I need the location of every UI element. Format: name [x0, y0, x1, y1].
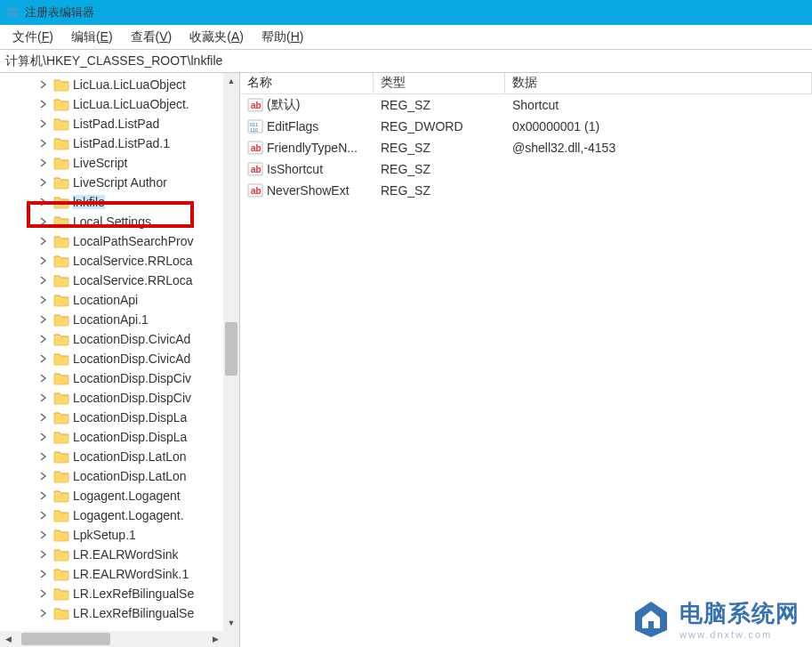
folder-icon — [53, 371, 69, 385]
tree-item-label: LocationDisp.LatLon — [73, 449, 187, 464]
scroll-thumb[interactable] — [21, 633, 110, 645]
expand-icon[interactable] — [37, 333, 50, 345]
tree-item[interactable]: LR.LexRefBilingualSe — [0, 603, 239, 623]
tree-item[interactable]: ListPad.ListPad — [0, 114, 239, 133]
tree-item[interactable]: LocalPathSearchProv — [0, 231, 239, 251]
expand-icon[interactable] — [37, 548, 50, 561]
tree-item[interactable]: LocationDisp.DispCiv — [0, 368, 239, 388]
watermark-url: www.dnxtw.com — [679, 629, 800, 640]
tree-item[interactable]: Logagent.Logagent — [0, 486, 239, 505]
addressbar[interactable]: 计算机\HKEY_CLASSES_ROOT\lnkfile — [0, 50, 812, 73]
scroll-thumb[interactable] — [225, 322, 237, 376]
expand-icon[interactable] — [37, 196, 50, 208]
tree-item[interactable]: LicLua.LicLuaObject — [0, 75, 239, 94]
menu-help[interactable]: 帮助(H) — [253, 27, 312, 48]
folder-icon — [53, 175, 69, 190]
list-row[interactable]: abIsShortcutREG_SZ — [240, 158, 812, 180]
tree-item[interactable]: LocationDisp.CivicAd — [0, 329, 239, 349]
folder-icon — [53, 489, 69, 503]
tree-item[interactable]: Logagent.Logagent. — [0, 505, 239, 525]
expand-icon[interactable] — [37, 157, 50, 169]
expand-icon[interactable] — [37, 255, 50, 267]
tree-item[interactable]: LocationApi — [0, 290, 239, 310]
list-row[interactable]: ab(默认)REG_SZShortcut — [240, 94, 812, 116]
column-header-name[interactable]: 名称 — [240, 73, 374, 93]
expand-icon[interactable] — [37, 607, 50, 619]
expand-icon[interactable] — [37, 137, 50, 150]
tree-item-label: LocalService.RRLoca — [73, 273, 193, 287]
scroll-right-arrow-icon[interactable]: ▶ — [207, 631, 223, 647]
tree-item[interactable]: LiveScript Author — [0, 173, 239, 192]
tree-item[interactable]: LocationDisp.DispLa — [0, 408, 239, 427]
tree-item[interactable]: LR.EALRWordSink — [0, 545, 239, 564]
value-name: IsShortcut — [267, 162, 323, 176]
tree-item[interactable]: LocationDisp.DispCiv — [0, 388, 239, 408]
expand-icon[interactable] — [37, 568, 50, 580]
folder-icon — [53, 508, 69, 522]
tree-item[interactable]: LR.EALRWordSink.1 — [0, 564, 239, 584]
expand-icon[interactable] — [37, 294, 50, 306]
scroll-up-arrow-icon[interactable]: ▲ — [223, 73, 239, 89]
menu-view[interactable]: 查看(V) — [122, 27, 181, 48]
expand-icon[interactable] — [37, 372, 50, 384]
tree-item-label: LR.EALRWordSink — [73, 547, 179, 562]
tree-item[interactable]: LiveScript — [0, 153, 239, 173]
expand-icon[interactable] — [37, 489, 50, 502]
tree-item-label: Logagent.Logagent — [73, 489, 181, 503]
folder-icon — [53, 606, 69, 620]
tree-item[interactable]: LocationDisp.LatLon — [0, 466, 239, 486]
tree-item[interactable]: LocationDisp.DispLa — [0, 427, 239, 447]
expand-icon[interactable] — [37, 313, 50, 326]
list-body: ab(默认)REG_SZShortcut011110EditFlagsREG_D… — [240, 94, 812, 201]
list-row[interactable]: abNeverShowExtREG_SZ — [240, 180, 812, 201]
tree-item[interactable]: LR.LexRefBilingualSe — [0, 584, 239, 603]
tree-horizontal-scrollbar[interactable]: ◀ ▶ — [0, 631, 223, 647]
expand-icon[interactable] — [37, 509, 50, 522]
tree-item[interactable]: ListPad.ListPad.1 — [0, 133, 239, 153]
expand-icon[interactable] — [37, 431, 50, 443]
column-header-type[interactable]: 类型 — [374, 73, 505, 93]
expand-icon[interactable] — [37, 392, 50, 404]
menu-favorites[interactable]: 收藏夹(A) — [181, 27, 253, 48]
tree-item-label: LocationApi — [73, 293, 138, 307]
scroll-down-arrow-icon[interactable]: ▼ — [223, 615, 239, 631]
tree-item[interactable]: LpkSetup.1 — [0, 525, 239, 545]
list-row[interactable]: abFriendlyTypeN...REG_SZ@shell32.dll,-41… — [240, 137, 812, 158]
expand-icon[interactable] — [37, 117, 50, 130]
expand-icon[interactable] — [37, 98, 50, 110]
scroll-left-arrow-icon[interactable]: ◀ — [0, 631, 16, 647]
tree-item[interactable]: LocationDisp.LatLon — [0, 447, 239, 466]
value-name: NeverShowExt — [267, 183, 350, 198]
expand-icon[interactable] — [37, 176, 50, 189]
expand-icon[interactable] — [37, 352, 50, 365]
menu-file[interactable]: 文件(F) — [4, 27, 62, 48]
content-area: LicLua.LicLuaObjectLicLua.LicLuaObject.L… — [0, 73, 812, 647]
tree-item[interactable]: lnkfile — [0, 192, 239, 212]
list-row[interactable]: 011110EditFlagsREG_DWORD0x00000001 (1) — [240, 116, 812, 137]
tree-vertical-scrollbar[interactable]: ▲ ▼ — [223, 73, 239, 631]
expand-icon[interactable] — [37, 411, 50, 424]
tree-item-label: LR.EALRWordSink.1 — [73, 567, 189, 581]
folder-icon — [53, 117, 69, 131]
tree-item[interactable]: LocationApi.1 — [0, 310, 239, 329]
tree-item[interactable]: LocalService.RRLoca — [0, 271, 239, 290]
registry-tree[interactable]: LicLua.LicLuaObjectLicLua.LicLuaObject.L… — [0, 73, 239, 625]
expand-icon[interactable] — [37, 470, 50, 482]
tree-item[interactable]: Local Settings — [0, 212, 239, 231]
tree-item[interactable]: LicLua.LicLuaObject. — [0, 94, 239, 114]
expand-icon[interactable] — [37, 78, 50, 91]
value-name: (默认) — [267, 97, 300, 113]
expand-icon[interactable] — [37, 587, 50, 600]
expand-icon[interactable] — [37, 235, 50, 247]
tree-item[interactable]: LocalService.RRLoca — [0, 251, 239, 271]
menu-edit[interactable]: 编辑(E) — [62, 27, 122, 48]
expand-icon[interactable] — [37, 450, 50, 463]
watermark-title: 电脑系统网 — [679, 598, 800, 629]
column-header-data[interactable]: 数据 — [505, 73, 812, 93]
expand-icon[interactable] — [37, 274, 50, 287]
tree-item[interactable]: LocationDisp.CivicAd — [0, 349, 239, 368]
tree-item-label: Logagent.Logagent. — [73, 508, 184, 522]
expand-icon[interactable] — [37, 529, 50, 541]
value-data: Shortcut — [505, 98, 812, 112]
expand-icon[interactable] — [37, 215, 50, 228]
